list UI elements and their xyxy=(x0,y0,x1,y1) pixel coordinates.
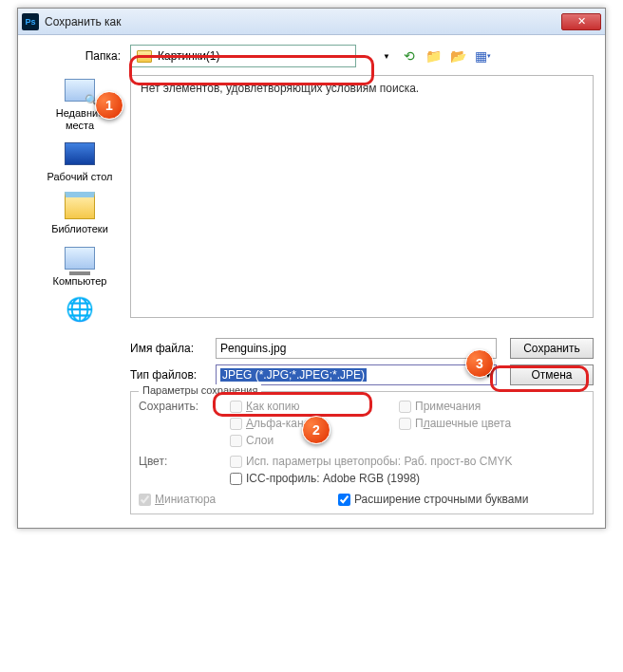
alpha-checkbox: Альфа-каналы xyxy=(230,417,372,430)
cancel-button[interactable]: Отмена xyxy=(510,364,594,385)
callout-2: 2 xyxy=(302,416,330,444)
place-label: Рабочий стол xyxy=(47,171,112,183)
nav-icons: ⟲ 📁 📂 ▦▾ xyxy=(400,47,493,65)
layers-checkbox: Слои xyxy=(230,434,372,447)
folder-row: Папка: Картинки(1) ▼ ⟲ 📁 📂 ▦▾ xyxy=(29,45,594,67)
back-icon[interactable]: ⟲ xyxy=(400,47,419,65)
lowercase-ext-checkbox[interactable]: Расширение строчными буквами xyxy=(338,493,528,506)
filename-row: Имя файла: Penguins.jpg Сохранить xyxy=(130,338,594,359)
file-list-pane[interactable]: Нет элементов, удовлетворяющих условиям … xyxy=(130,75,594,318)
save-options-group: Параметры сохранения Сохранить: Как копи… xyxy=(130,391,594,514)
desktop-icon xyxy=(63,139,97,169)
app-icon: Ps xyxy=(22,13,39,30)
new-folder-icon[interactable]: 📂 xyxy=(449,47,468,65)
folder-name: Картинки(1) xyxy=(158,49,220,63)
thumbnail-checkbox: Миниатюра xyxy=(139,493,281,506)
callout-3: 3 xyxy=(465,349,494,378)
place-desktop[interactable]: Рабочий стол xyxy=(46,139,114,183)
empty-message: Нет элементов, удовлетворяющих условиям … xyxy=(141,82,419,95)
recent-icon xyxy=(63,75,97,105)
save-as-label: Сохранить: xyxy=(139,400,230,447)
save-as-dialog: Ps Сохранить как ✕ Папка: Картинки(1) ▼ … xyxy=(17,8,606,529)
folder-icon xyxy=(137,50,152,63)
close-button[interactable]: ✕ xyxy=(561,13,601,30)
filetype-row: Тип файлов: JPEG (*.JPG;*.JPEG;*.JPE) От… xyxy=(130,364,594,385)
titlebar: Ps Сохранить как ✕ xyxy=(18,9,605,35)
save-button[interactable]: Сохранить xyxy=(510,338,594,359)
folder-dropdown-arrow[interactable]: ▼ xyxy=(383,52,390,61)
filetype-select[interactable]: JPEG (*.JPG;*.JPEG;*.JPE) xyxy=(216,364,497,385)
place-libraries[interactable]: Библиотеки xyxy=(46,191,114,235)
network-icon xyxy=(63,294,97,325)
place-label: Библиотеки xyxy=(51,223,108,235)
folder-select[interactable]: Картинки(1) xyxy=(130,45,356,67)
save-options-legend: Параметры сохранения xyxy=(139,384,261,396)
window-title: Сохранить как xyxy=(45,15,561,28)
place-label: Компьютер xyxy=(53,275,107,288)
callout-1: 1 xyxy=(95,91,123,120)
proof-checkbox: Исп. параметры цветопробы: Раб. прост-во… xyxy=(230,455,585,468)
filename-input[interactable]: Penguins.jpg xyxy=(216,338,497,359)
spot-checkbox: Плашечные цвета xyxy=(399,417,541,430)
fields: Имя файла: Penguins.jpg Сохранить Тип фа… xyxy=(130,338,594,514)
folder-label: Папка: xyxy=(29,49,130,63)
computer-icon xyxy=(63,243,97,273)
up-folder-icon[interactable]: 📁 xyxy=(425,47,444,65)
as-copy-checkbox: Как копию xyxy=(230,400,372,413)
view-menu-icon[interactable]: ▦▾ xyxy=(474,47,493,65)
place-computer[interactable]: Компьютер xyxy=(46,243,114,288)
place-network[interactable] xyxy=(46,294,114,327)
notes-checkbox: Примечания xyxy=(399,400,541,413)
filename-label: Имя файла: xyxy=(130,342,216,355)
icc-checkbox[interactable]: ICC-профиль: Adobe RGB (1998) xyxy=(230,472,585,485)
libraries-icon xyxy=(63,191,97,221)
color-label: Цвет: xyxy=(139,455,230,485)
filetype-label: Тип файлов: xyxy=(130,368,216,382)
